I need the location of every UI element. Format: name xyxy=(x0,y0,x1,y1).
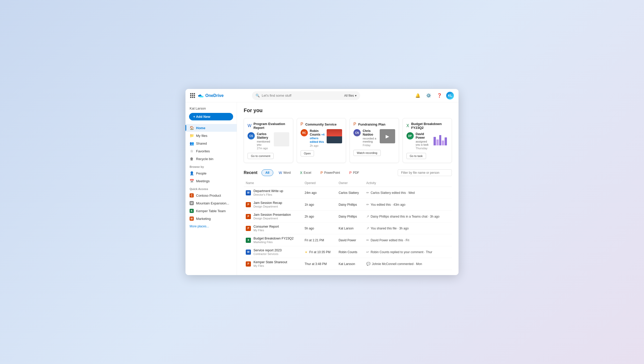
add-new-button[interactable]: + Add New xyxy=(189,113,233,120)
file-info: Budget Breakdown FY23Q2 Marketing Files xyxy=(253,237,294,244)
search-bar[interactable]: 🔍 All files ▾ xyxy=(252,91,360,100)
card-action-button[interactable]: Go to task xyxy=(406,153,426,159)
grid-menu-icon[interactable] xyxy=(190,93,195,98)
chart-bar xyxy=(434,137,436,145)
card-action-button[interactable]: Go to comment xyxy=(248,153,274,159)
sidebar-item-home[interactable]: 🏠 Home xyxy=(185,124,237,132)
card-fundraising: P Fundraising Plan CN Chris Naidoo recor… xyxy=(350,118,399,163)
notification-button[interactable]: 🔔 xyxy=(414,92,422,100)
file-icon-cell: X Budget Breakdown FY23Q2 Marketing File… xyxy=(246,237,301,244)
sidebar-item-recycle-bin[interactable]: 🗑 Recycle bin xyxy=(185,155,237,163)
owner-cell: Kat Larson xyxy=(336,222,364,234)
avatar[interactable]: KL xyxy=(446,92,454,100)
file-type-icon: X xyxy=(246,238,251,243)
card-header: P Fundraising Plan xyxy=(353,122,395,127)
sidebar-item-shared[interactable]: 👥 Shared xyxy=(185,139,237,147)
sidebar-item-marketing[interactable]: M Marketing xyxy=(185,215,237,222)
card-body: CS Carlos Slattery mentioned you 27m ago xyxy=(248,132,289,150)
page-title: For you xyxy=(244,107,452,113)
main-layout: Kat Larson + Add New 🏠 Home 📁 My files 👥… xyxy=(185,102,459,275)
card-body: DP David Power assigned you a task Thurs… xyxy=(406,132,448,150)
activity-text: You edited this · 43m ago xyxy=(371,203,405,206)
file-name-cell: W Service report 2023 Contractor Service… xyxy=(244,246,303,258)
tab-pdf[interactable]: P PDF xyxy=(345,169,363,176)
activity-cell: ↗ Daisy Phillips shared this in a Teams … xyxy=(364,211,452,222)
file-icon-cell: P Jam Session Recap Design Department xyxy=(246,201,301,208)
table-row[interactable]: W Department Write up Director's Files 2… xyxy=(244,187,452,199)
activity-text: You shared this file · 3h ago xyxy=(371,227,409,230)
card-community-service: P Community Service RC Robin Counts +4 o… xyxy=(297,118,346,163)
activity-icon: ✏ xyxy=(366,238,369,242)
search-scope-selector[interactable]: All files ▾ xyxy=(344,94,357,97)
file-info: Kemper State Shareout My Files xyxy=(253,260,287,267)
opened-time: 1h ago xyxy=(305,203,314,206)
chart-bar xyxy=(439,135,442,145)
chart-bar xyxy=(436,139,439,146)
browse-by-label: Browse by xyxy=(185,163,237,169)
excel-file-icon: X xyxy=(406,123,409,128)
search-input[interactable] xyxy=(262,94,342,97)
owner-cell: Daisy Phillips xyxy=(336,211,364,222)
table-row[interactable]: P Consumer Report My Files 5h ago Kat La… xyxy=(244,222,452,234)
filter-input[interactable] xyxy=(398,169,452,176)
onedrive-cloud-icon xyxy=(198,94,204,98)
col-name: Name xyxy=(244,179,303,187)
activity-cell: ↩ Robin Counts replied to your comment ·… xyxy=(364,246,452,258)
tab-excel[interactable]: X Excel xyxy=(296,169,315,176)
sidebar-item-meetings[interactable]: 📅 Meetings xyxy=(185,177,237,185)
file-icon-cell: P Jam Session Presentation Design Depart… xyxy=(246,213,301,220)
file-sub: My Files xyxy=(253,264,287,267)
owner-cell: Carlos Slattery xyxy=(336,187,364,199)
card-thumbnail xyxy=(327,129,342,143)
sidebar-item-my-files[interactable]: 📁 My files xyxy=(185,132,237,139)
activity-info: ✏ Carlos Slattery edited this · Wed xyxy=(366,191,450,195)
table-row[interactable]: P Jam Session Presentation Design Depart… xyxy=(244,211,452,222)
table-row[interactable]: W Service report 2023 Contractor Service… xyxy=(244,246,452,258)
file-name-cell: X Budget Breakdown FY23Q2 Marketing File… xyxy=(244,234,303,246)
word-file-icon: W xyxy=(248,123,251,128)
card-action-button[interactable]: Watch recording xyxy=(353,150,381,156)
activity-info: 💬 Johnie McConnell commented · Mon xyxy=(366,262,450,266)
recent-table: Name Opened Owner Activity W Department … xyxy=(244,179,452,270)
table-row[interactable]: X Budget Breakdown FY23Q2 Marketing File… xyxy=(244,234,452,246)
table-row[interactable]: P Jam Session Recap Design Department 1h… xyxy=(244,199,452,211)
file-name-cell: P Jam Session Presentation Design Depart… xyxy=(244,211,303,222)
help-button[interactable]: ❓ xyxy=(435,92,444,100)
tab-all[interactable]: All xyxy=(261,169,273,176)
file-icon-cell: P Kemper State Shareout My Files xyxy=(246,260,301,267)
file-icon-cell: P Consumer Report My Files xyxy=(246,225,301,232)
recent-title: Recent xyxy=(244,170,257,175)
file-name: Department Write up xyxy=(253,189,283,193)
settings-button[interactable]: ⚙️ xyxy=(425,92,433,100)
person-avatar: CN xyxy=(353,129,361,136)
owner-cell: Daisy Phillips xyxy=(336,199,364,211)
file-info: Service report 2023 Contractor Services xyxy=(253,249,282,255)
card-action-button[interactable]: Open xyxy=(301,150,314,156)
activity-text: Robin Counts replied to your comment · T… xyxy=(371,250,432,254)
sidebar-item-people[interactable]: 👤 People xyxy=(185,169,237,177)
sidebar-item-mountain[interactable]: M Mountain Expansion... xyxy=(185,199,237,207)
activity-text: Johnie McConnell commented · Mon xyxy=(372,262,422,266)
tab-word[interactable]: W Word xyxy=(275,169,295,176)
sidebar-item-contoso[interactable]: C Contoso Product xyxy=(185,192,237,199)
file-sub: Marketing Files xyxy=(253,241,294,244)
file-name: Jam Session Presentation xyxy=(253,213,291,217)
sidebar-item-kemper[interactable]: K Kemper Table Team xyxy=(185,207,237,215)
card-program-eval: W Program Evaluation Report CS Carlos Sl… xyxy=(244,118,293,163)
col-owner: Owner xyxy=(336,179,364,187)
file-info: Jam Session Presentation Design Departme… xyxy=(253,213,291,220)
card-info: Robin Counts +4 others edited this 2h ag… xyxy=(310,129,325,147)
tab-powerpoint[interactable]: P PowerPoint xyxy=(317,169,344,176)
file-type-icon: P xyxy=(246,261,251,267)
card-body: RC Robin Counts +4 others edited this 2h… xyxy=(301,129,342,147)
activity-text: David Power edited this · Fri xyxy=(371,238,409,242)
card-budget-breakdown: X Budget Breakdown FY23Q2 DP David Power… xyxy=(403,118,452,163)
topbar: OneDrive 🔍 All files ▾ 🔔 ⚙️ ❓ KL xyxy=(185,89,459,102)
file-type-icon: P xyxy=(246,202,251,207)
recycle-bin-icon: 🗑 xyxy=(190,157,194,161)
word-tab-icon: W xyxy=(279,171,282,175)
sidebar-item-favorites[interactable]: ☆ Favorites xyxy=(185,147,237,155)
more-places-link[interactable]: More places... xyxy=(185,222,237,230)
table-row[interactable]: P Kemper State Shareout My Files Thur at… xyxy=(244,258,452,270)
excel-tab-icon: X xyxy=(300,171,302,175)
